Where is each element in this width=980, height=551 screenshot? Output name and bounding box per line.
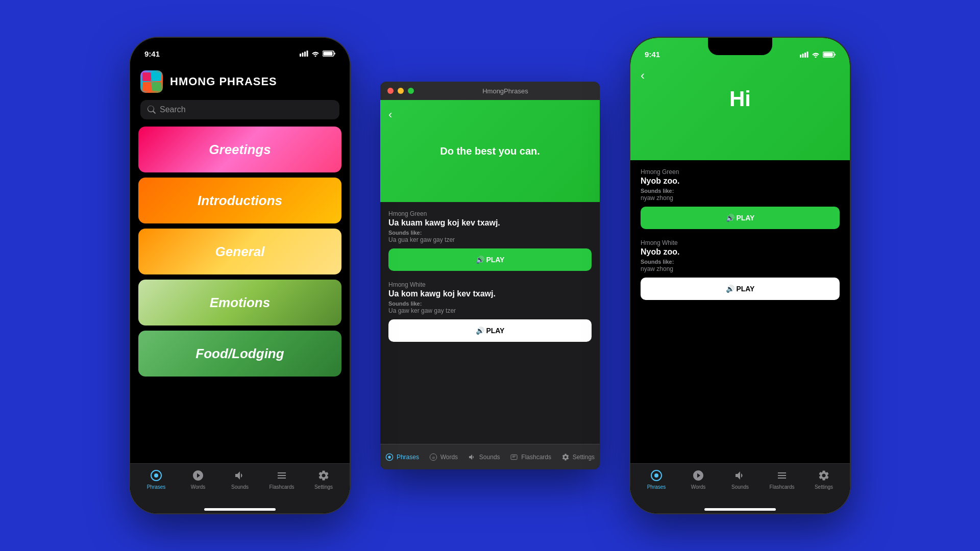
- mac-sounds-text-2: Ua gaw ker gaw gay tzer: [388, 307, 592, 314]
- mac-phrases-icon: [385, 453, 394, 461]
- mac-tab-phrases[interactable]: Phrases: [385, 453, 419, 461]
- mac-close-btn[interactable]: [387, 88, 394, 94]
- phone2-status-time: 9:41: [645, 50, 660, 59]
- phone1-home-indicator: [130, 509, 350, 513]
- category-btn-general[interactable]: General: [138, 229, 341, 274]
- mac-window-content: ‹ Do the best you can. Hmong Green Ua ku…: [380, 100, 600, 469]
- category-btn-emotions[interactable]: Emotions: [138, 280, 341, 325]
- svg-rect-5: [324, 52, 333, 56]
- phone2-screen: ‹ 9:41 Hi Hmong Green Nyob zoo. Sounds l…: [630, 38, 850, 513]
- phone2-tab-label-words: Words: [691, 484, 706, 490]
- phone2-sounds-text-2: nyaw zhong: [641, 265, 840, 272]
- mac-words-icon: @: [429, 453, 437, 461]
- phone2-phrase-2: Nyob zoo.: [641, 247, 840, 257]
- category-btn-greetings[interactable]: Greetings: [138, 127, 341, 172]
- mac-sounds-icon: [468, 453, 476, 461]
- svg-rect-17: [807, 52, 808, 58]
- svg-point-21: [654, 473, 658, 478]
- phone2-section-1: Hmong Green Nyob zoo. Sounds like: nyaw …: [641, 168, 840, 229]
- search-bar-text: Search: [160, 105, 186, 114]
- mac-tab-settings[interactable]: Settings: [561, 453, 595, 461]
- mac-phrase-card-text: Do the best you can.: [420, 145, 560, 157]
- mac-tab-bar: Phrases @ Words Sounds Flashcards Settin…: [380, 444, 600, 469]
- mac-maximize-btn[interactable]: [408, 88, 414, 94]
- logo-cell-1: [142, 72, 151, 81]
- phone2-play-btn-green[interactable]: 🔊 PLAY: [641, 207, 840, 229]
- phone1-category-list: Greetings Introductions General Emotions…: [130, 127, 350, 463]
- mac-sounds-label-2: Sounds like:: [388, 300, 592, 307]
- phone2-flashcards-icon: [775, 469, 789, 482]
- mac-window-title: HmongPhrases: [418, 87, 593, 95]
- svg-rect-3: [307, 51, 308, 57]
- mac-back-button[interactable]: ‹: [388, 108, 392, 121]
- phone2-tab-label-phrases: Phrases: [647, 484, 666, 490]
- phone2-sounds-icon: [733, 469, 747, 482]
- svg-rect-15: [802, 54, 804, 58]
- settings-icon: [317, 469, 330, 482]
- mac-play-btn-green[interactable]: 🔊 PLAY: [388, 248, 592, 271]
- category-label-emotions: Emotions: [210, 295, 270, 311]
- phone2-tab-words[interactable]: Words: [677, 469, 719, 490]
- phone2-home-bar: [704, 508, 776, 511]
- words-icon: [191, 469, 205, 482]
- mac-phrase-section-2: Hmong White Ua kom kawg koj kev txawj. S…: [388, 281, 592, 342]
- phone2-tab-bar: Phrases Words Sounds: [630, 463, 850, 509]
- phone2-tab-label-settings: Settings: [815, 484, 833, 490]
- mac-phrase-text-2: Ua kom kawg koj kev txawj.: [388, 289, 592, 298]
- category-label-greetings: Greetings: [209, 142, 271, 158]
- phone1-tab-words[interactable]: Words: [177, 469, 219, 490]
- category-label-introductions: Introductions: [198, 193, 282, 209]
- phone2-section-2: Hmong White Nyob zoo. Sounds like: nyaw …: [641, 239, 840, 300]
- phone2-sounds-text-1: nyaw zhong: [641, 194, 840, 202]
- phone2-settings-icon: [817, 469, 830, 482]
- phone1-tab-flashcards[interactable]: Flashcards: [261, 469, 303, 490]
- mac-titlebar: HmongPhrases: [380, 82, 600, 100]
- phone2-sounds-label-2: Sounds like:: [641, 259, 840, 265]
- mac-settings-icon: [561, 453, 570, 461]
- svg-rect-16: [804, 53, 806, 58]
- category-btn-introductions[interactable]: Introductions: [138, 178, 341, 223]
- phone2-tab-label-sounds: Sounds: [731, 484, 749, 490]
- phone2-signal-icon: [800, 52, 808, 58]
- wifi-icon: [311, 51, 320, 57]
- phone2-hero: ‹ 9:41 Hi: [630, 38, 850, 160]
- phone2-wifi-icon: [812, 52, 820, 58]
- battery-icon: [323, 51, 335, 57]
- phone2-detail-scroll[interactable]: Hmong Green Nyob zoo. Sounds like: nyaw …: [630, 160, 850, 463]
- phone1-tab-sounds[interactable]: Sounds: [219, 469, 261, 490]
- mac-window: HmongPhrases ‹ Do the best you can. Hmon…: [380, 82, 600, 469]
- phone2-tab-settings[interactable]: Settings: [803, 469, 845, 490]
- mac-tab-flashcards[interactable]: Flashcards: [510, 453, 551, 461]
- phone2-words-icon: [692, 469, 705, 482]
- mac-phrase-scroll[interactable]: Hmong Green Ua kuam kawg koj kev txawj. …: [380, 202, 600, 444]
- phone2-status-icons: [800, 52, 836, 58]
- mac-play-btn-white[interactable]: 🔊 PLAY: [388, 319, 592, 342]
- app-header: HMONG PHRASES: [130, 63, 350, 98]
- svg-point-7: [154, 473, 158, 478]
- category-btn-food[interactable]: Food/Lodging: [138, 331, 341, 377]
- phone1-status-time: 9:41: [144, 49, 160, 58]
- logo-cell-4: [152, 82, 161, 91]
- category-label-general: General: [215, 244, 265, 260]
- phone2-play-btn-white[interactable]: 🔊 PLAY: [641, 278, 840, 300]
- svg-rect-1: [302, 53, 304, 57]
- mac-tab-sounds[interactable]: Sounds: [468, 453, 500, 461]
- phone2-dialect-2: Hmong White: [641, 239, 840, 246]
- mac-tab-label-phrases: Phrases: [397, 454, 419, 461]
- mac-tab-words[interactable]: @ Words: [429, 453, 458, 461]
- phone1-search-bar[interactable]: Search: [140, 100, 339, 119]
- phone2-back-button[interactable]: ‹: [641, 68, 645, 83]
- mac-tab-label-sounds: Sounds: [479, 454, 500, 461]
- phone2-tab-phrases[interactable]: Phrases: [635, 469, 677, 490]
- phone2-content: Hmong Green Nyob zoo. Sounds like: nyaw …: [630, 160, 850, 513]
- phone2-tab-label-flashcards: Flashcards: [770, 484, 795, 490]
- app-title: HMONG PHRASES: [170, 75, 277, 88]
- phone1-tab-phrases[interactable]: Phrases: [135, 469, 177, 490]
- phone2-phrases-icon: [650, 469, 663, 482]
- phone2-tab-sounds[interactable]: Sounds: [719, 469, 761, 490]
- phone1-tab-settings[interactable]: Settings: [303, 469, 345, 490]
- mac-minimize-btn[interactable]: [398, 88, 404, 94]
- sounds-icon: [233, 469, 247, 482]
- svg-rect-0: [300, 54, 301, 57]
- phone2-tab-flashcards[interactable]: Flashcards: [761, 469, 803, 490]
